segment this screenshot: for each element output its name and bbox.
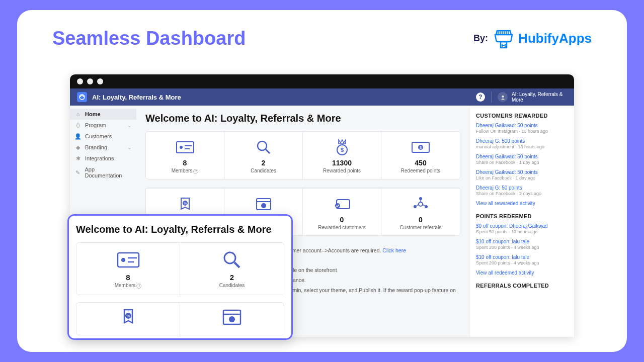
stat-value: 2 — [230, 273, 234, 282]
svg-text:%: % — [183, 202, 186, 205]
stat-rewarded-points: $ 11300 Rewarded points — [303, 132, 381, 179]
svg-text:%: % — [126, 314, 130, 318]
sidebar-item-docs[interactable]: ✎ App Documentation — [70, 164, 136, 181]
tag-percent-icon: % — [120, 309, 136, 326]
stat-value: 11300 — [332, 159, 352, 167]
chevron-down-icon: ⌄ — [127, 145, 131, 150]
svg-point-4 — [180, 146, 183, 149]
wallet-check-icon — [334, 196, 351, 213]
tag-icon: ◆ — [75, 144, 81, 150]
svg-point-7 — [258, 141, 267, 150]
app-title: AI: Loyalty, Referrals & More — [92, 94, 181, 101]
brand-block: By: HubifyApps — [473, 29, 592, 49]
stat-customer-referrals: 0 Customer referrals — [381, 188, 460, 235]
user-menu[interactable]: AI: Loyalty, Referrals & More — [491, 92, 567, 103]
svg-line-27 — [423, 205, 425, 206]
stat-rewarded-customers: 0 Rewarded customers — [303, 188, 381, 235]
view-all-rewarded-link[interactable]: View all rewareded activity — [476, 201, 568, 206]
view-all-redeemed-link[interactable]: View all redeemed activity — [476, 270, 568, 276]
help-icon[interactable]: ? — [193, 169, 198, 174]
sidebar-item-label: Branding — [85, 144, 107, 150]
reward-activity-item[interactable]: Dheeraj Gaikwad: 50 points Follow On Ins… — [476, 123, 568, 134]
chevron-down-icon: ⌄ — [127, 123, 131, 128]
reward-activity-item[interactable]: Dheeraj Gaikwad: 50 points Like on Faceb… — [476, 169, 568, 180]
reward-activity-item[interactable]: Dheeraj G: 500 points manual adjustment … — [476, 138, 568, 149]
svg-point-2 — [502, 96, 504, 98]
reward-activity-item[interactable]: Dheeraj Gaikwad: 50 points Share on Face… — [476, 154, 568, 165]
zoom-stats-row-2: % — [76, 302, 284, 335]
svg-point-21 — [419, 202, 423, 206]
stat-label: Candidates — [219, 283, 245, 288]
app-logo-icon — [77, 92, 87, 102]
sidebar-item-label: Home — [85, 111, 101, 117]
customers-rewarded-heading: CUSTOMERS REWARDED — [476, 113, 568, 119]
svg-point-24 — [425, 205, 428, 208]
svg-rect-28 — [118, 253, 139, 267]
stat-label: Customer referrals — [400, 225, 442, 230]
svg-point-38 — [229, 316, 235, 322]
window-maximize-icon[interactable] — [97, 78, 103, 84]
sidebar-item-integrations[interactable]: ✱ Integrations — [70, 153, 136, 164]
window-percent-icon — [222, 309, 242, 326]
search-icon — [256, 139, 272, 156]
referrals-completed-heading: REFERRALS COMPLETED — [476, 283, 568, 289]
click-here-link[interactable]: Click here — [382, 247, 406, 253]
zoom-stat-members: 8 Members? — [76, 243, 180, 295]
svg-point-22 — [419, 197, 422, 200]
stat-label: Rewarded customers — [318, 225, 365, 230]
sidebar-item-program[interactable]: ⟨⟩ Program ⌄ — [70, 120, 136, 131]
zoom-stat-cell — [180, 303, 284, 335]
window-minimize-icon[interactable] — [87, 78, 93, 84]
sidebar-item-label: Integrations — [85, 155, 114, 161]
stats-row-1: 8 Members? 2 Candidates $ 1 — [145, 131, 460, 179]
sidebar-item-label: Customers — [85, 133, 112, 139]
doc-icon: ✎ — [75, 169, 80, 175]
app-topbar: AI: Loyalty, Referrals & More ? AI: Loya… — [70, 88, 574, 106]
svg-point-23 — [414, 205, 417, 208]
crown-coin-icon: $ — [335, 139, 350, 156]
zoom-stat-cell: % — [76, 303, 180, 335]
stat-value: 8 — [126, 273, 130, 282]
svg-text:$: $ — [340, 147, 343, 153]
reward-activity-item[interactable]: Dheeraj G: 50 points Share on Facebook ·… — [476, 185, 568, 196]
zoom-stats-row-1: 8 Members? 2 Candidates — [76, 242, 284, 295]
window-titlebar — [70, 74, 574, 88]
sidebar-item-branding[interactable]: ◆ Branding ⌄ — [70, 142, 136, 153]
stat-redeemed-points: $ 450 Redeemed points — [381, 132, 460, 179]
svg-line-33 — [234, 262, 239, 267]
redeemed-activity-item[interactable]: $0 off coupon: Dheeraj Gaikwad Spent 50 … — [476, 223, 568, 234]
home-icon: ⌂ — [75, 111, 81, 117]
sidebar-item-home[interactable]: ⌂ Home — [70, 109, 136, 120]
code-icon: ⟨⟩ — [75, 122, 81, 128]
window-percent-icon — [256, 196, 272, 213]
svg-point-29 — [121, 258, 125, 262]
stat-value: 8 — [183, 159, 187, 167]
svg-point-18 — [261, 203, 266, 208]
plug-icon: ✱ — [75, 155, 81, 161]
svg-line-26 — [417, 205, 419, 206]
redeemed-activity-item[interactable]: $10 off coupon: lalu tale Spent 200 poin… — [476, 239, 568, 250]
user-icon — [498, 92, 508, 102]
user-icon: 👤 — [75, 133, 81, 139]
stat-label: Candidates — [251, 168, 276, 173]
window-close-icon[interactable] — [77, 78, 83, 84]
redeemed-activity-item[interactable]: $10 off coupon: lalu tale Spent 200 poin… — [476, 254, 568, 265]
tag-percent-icon: % — [178, 196, 192, 213]
by-label: By: — [473, 33, 488, 44]
points-redeemed-heading: POINTS REDEEMED — [476, 213, 568, 219]
cash-icon: $ — [411, 139, 430, 156]
sidebar-item-customers[interactable]: 👤 Customers — [70, 131, 136, 142]
svg-text:$: $ — [420, 145, 422, 150]
help-icon[interactable]: ? — [136, 284, 141, 289]
stat-value: 2 — [262, 159, 266, 167]
members-icon — [176, 139, 195, 156]
svg-rect-3 — [177, 142, 194, 153]
members-icon — [117, 250, 140, 270]
help-button[interactable]: ? — [476, 93, 485, 102]
stat-label: Members? — [172, 168, 199, 174]
sidebar-item-label: Program — [85, 122, 106, 128]
sidebar-item-label: App Documentation — [85, 166, 131, 178]
brand-logo-icon — [493, 29, 514, 49]
stat-label: Redeemed points — [401, 168, 440, 173]
search-icon — [222, 250, 242, 270]
